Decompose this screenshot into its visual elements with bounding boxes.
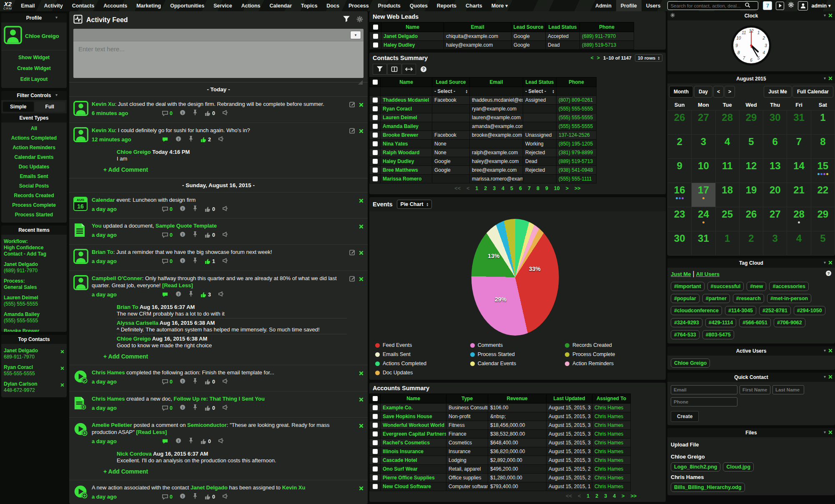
nav-item-products[interactable]: Products [374, 0, 405, 11]
rows-per-page-select[interactable]: 10 rows ▴▾ [635, 54, 662, 62]
email-field[interactable] [671, 385, 737, 394]
tag-pill[interactable]: #research [733, 294, 764, 303]
lead-status-filter[interactable]: - Select -▴▾ [525, 88, 554, 94]
tag-pill[interactable]: #294-1050 [794, 306, 825, 315]
comment-author[interactable]: Brian To [117, 304, 138, 310]
feed-link[interactable]: Semiconductor [187, 422, 227, 428]
event-type-actions-completed[interactable]: Actions Completed [1, 133, 67, 143]
like-icon[interactable]: 3 [201, 292, 211, 298]
calendar-day-24[interactable]: 24 [692, 207, 715, 231]
important-icon[interactable]: ! [180, 378, 186, 386]
calendar-day-28[interactable]: 28 [715, 110, 739, 135]
important-icon[interactable]: ! [180, 404, 186, 412]
feed-link[interactable]: [Read Less] [135, 429, 167, 435]
tag-pill[interactable]: #566-6051 [739, 318, 771, 327]
nav-user-menu[interactable]: admin ▾ [811, 3, 831, 9]
pager-item[interactable]: >> [630, 493, 637, 499]
tag-pill[interactable]: #429-1114 [705, 318, 736, 327]
broadcast-icon[interactable] [222, 404, 229, 412]
pager-item[interactable]: < [466, 186, 469, 191]
calendar-day-10[interactable]: 10 [692, 159, 715, 183]
row-checkbox[interactable] [373, 98, 378, 103]
file-pill[interactable]: Cloud.jpg [723, 462, 754, 471]
notification-badge[interactable]: 7 [763, 1, 772, 10]
row-checkbox[interactable] [373, 475, 378, 480]
select-all-checkbox[interactable] [373, 80, 378, 85]
feed-link[interactable]: Amelie Pelletier [92, 422, 132, 428]
contact-name[interactable]: Thaddeus Mcdaniel [381, 96, 432, 105]
assigned-user[interactable]: Chris Hames [592, 439, 631, 447]
calendar-day-4[interactable]: 4 [787, 231, 811, 256]
contact-phone[interactable]: (807) 809-0261 [557, 96, 597, 105]
comment-author[interactable]: Chloe Greigo [117, 149, 151, 155]
pager-item[interactable]: > [622, 493, 624, 499]
column-header[interactable]: Type [446, 394, 488, 404]
contact-name[interactable]: Lauren Deimel [381, 113, 432, 122]
contact-phone[interactable]: 137-124-2526 [557, 131, 597, 140]
comment-icon[interactable]: 0 [162, 405, 173, 411]
delete-post-icon[interactable] [359, 422, 364, 475]
calendar-day-7[interactable]: 7 [787, 135, 811, 159]
calendar-day-6[interactable]: 6 [763, 135, 787, 159]
row-checkbox[interactable] [373, 405, 378, 410]
recent-item[interactable]: Workflow: High Confidence Contact - Add … [4, 236, 64, 259]
user-avatar-icon[interactable] [798, 1, 808, 10]
nav-item-service[interactable]: Service [209, 0, 236, 11]
search-icon[interactable] [745, 2, 750, 10]
select-all-checkbox[interactable] [373, 396, 378, 401]
contact-phone[interactable]: (850) 195-1205 [557, 140, 597, 148]
row-checkbox[interactable] [373, 466, 378, 471]
column-header[interactable]: Lead Status [523, 78, 557, 87]
pager-item[interactable]: 1 [475, 186, 478, 191]
comment-icon[interactable]: 0 [162, 494, 173, 500]
contact-phone[interactable]: (938) 541-0948 [557, 166, 597, 175]
delete-post-icon[interactable] [359, 223, 364, 239]
composer-textarea[interactable]: Enter text here... [73, 41, 364, 78]
calendar-day-3[interactable]: 3 [692, 135, 715, 159]
contact-name[interactable]: Nina Yates [381, 140, 432, 148]
feed-link[interactable]: Chris Hames [92, 369, 125, 376]
column-header[interactable]: Name [381, 394, 446, 404]
contact-name[interactable]: Bree Matthews [381, 166, 432, 175]
nav-item-reports[interactable]: Reports [432, 0, 461, 11]
delete-post-icon[interactable] [359, 128, 364, 173]
contact-phone[interactable]: (555) 555-1111 [557, 175, 597, 183]
collapse-caret-icon[interactable]: ▾ [824, 348, 826, 353]
calendar-day-30[interactable]: 30 [763, 110, 787, 135]
calendar-next-button[interactable]: > [725, 86, 735, 98]
row-checkbox[interactable] [373, 484, 378, 489]
pager-item[interactable]: 9 [545, 186, 548, 191]
pager-item[interactable]: 1 [587, 493, 589, 499]
close-icon[interactable] [828, 260, 832, 266]
calendar-day-21[interactable]: 21 [787, 183, 811, 207]
create-button[interactable]: Create [671, 411, 699, 422]
calendar-day-23[interactable]: 23 [668, 207, 692, 231]
calendar-day-30[interactable]: 30 [668, 231, 692, 256]
comment-author[interactable]: Nick Cordova [117, 451, 152, 457]
top-contact-item[interactable]: Dylan Carlson 448-672-9972 [4, 379, 64, 396]
page-next-button[interactable]: > [597, 55, 600, 61]
nav-item-contacts[interactable]: Contacts [68, 0, 99, 11]
first-name-field[interactable] [740, 385, 770, 394]
recent-item[interactable]: Process: General Sales [4, 276, 64, 293]
account-name[interactable]: Save Hopkins House [381, 412, 446, 421]
calendar-day-1[interactable]: 1 [715, 231, 739, 256]
tag-pill[interactable]: #important [671, 282, 705, 291]
pager-item[interactable]: 6 [519, 186, 522, 191]
top-contact-item[interactable]: Ryan Coracl 555-555-5555 [4, 362, 64, 379]
nav-item-topics[interactable]: Topics [296, 0, 322, 11]
feed-link[interactable]: Kevin Xu [92, 101, 115, 107]
calendar-day-18[interactable]: 18 [715, 183, 739, 207]
row-checkbox[interactable] [373, 141, 378, 146]
delete-post-icon[interactable] [359, 370, 364, 386]
nav-item-admin[interactable]: Admin [591, 0, 616, 11]
feed-link[interactable]: Campbell O'Conner [92, 275, 142, 281]
help-icon[interactable]: ? [825, 270, 832, 278]
edit-post-icon[interactable] [349, 128, 356, 173]
column-header[interactable]: Phone [580, 23, 634, 32]
remove-contact-icon[interactable] [60, 382, 64, 389]
assigned-user[interactable]: Chris Hames [592, 404, 631, 412]
settings-gear-icon[interactable] [787, 1, 795, 10]
broadcast-icon[interactable] [222, 110, 229, 117]
row-checkbox[interactable] [373, 133, 378, 138]
